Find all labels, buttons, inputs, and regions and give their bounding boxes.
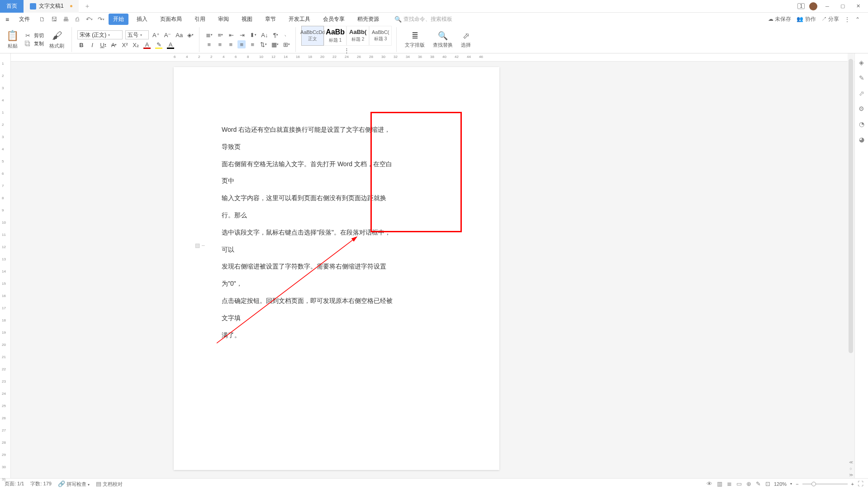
superscript-button[interactable]: X² xyxy=(121,41,129,49)
shrink-font-icon[interactable]: A⁻ xyxy=(163,31,172,39)
collapse-ribbon-icon[interactable]: ⌃ xyxy=(855,16,860,23)
command-search[interactable]: 🔍查找命令、搜索模板 xyxy=(394,15,452,23)
scrollbar-thumb[interactable] xyxy=(849,59,853,353)
paste-button[interactable]: 📋粘贴 xyxy=(4,29,21,50)
menu-reference[interactable]: 引用 xyxy=(190,14,210,25)
status-words[interactable]: 字数: 179 xyxy=(30,480,51,487)
qa-save-icon[interactable]: 🖫 xyxy=(50,15,58,24)
tab-add[interactable]: ＋ xyxy=(79,0,96,13)
tab-home[interactable]: 首页 xyxy=(0,0,24,13)
status-spell[interactable]: 🔗 拼写检查 ▾ xyxy=(58,480,90,488)
hamburger-icon[interactable]: ≡ xyxy=(4,16,11,23)
zoom-in-button[interactable]: + xyxy=(851,481,854,487)
collab-button[interactable]: 👥 协作 xyxy=(797,15,816,23)
align-right-icon[interactable]: ≡ xyxy=(227,40,235,48)
document-page[interactable]: Word 右边还有空白就直接换行可能是设置了文字右侧缩进，导致页 面右侧留有空格… xyxy=(174,67,499,470)
fontcolor-button[interactable]: A xyxy=(142,41,152,49)
text-direction-icon[interactable]: ﹅ xyxy=(282,31,290,39)
findreplace-button[interactable]: 🔍查找替换 xyxy=(430,30,455,49)
fontsize-combo[interactable]: 五号▾ xyxy=(125,30,149,39)
number-list-icon[interactable]: ≡▾ xyxy=(216,31,224,39)
status-outline-icon[interactable]: ≣ xyxy=(727,480,732,487)
close-icon[interactable]: ✕ xyxy=(853,1,863,12)
avatar[interactable] xyxy=(809,2,817,10)
linespacing-icon[interactable]: ⬍▾ xyxy=(249,31,257,39)
qa-print-icon[interactable]: 🖶 xyxy=(62,15,70,24)
menu-pagelayout[interactable]: 页面布局 xyxy=(156,14,186,25)
tab-document[interactable]: 文字文稿1 xyxy=(24,0,79,13)
underline-button[interactable]: U▾ xyxy=(99,41,107,49)
sidebar-help-icon[interactable]: ◕ xyxy=(859,136,864,143)
fontbg-button[interactable]: A xyxy=(166,41,175,49)
scroll-mid-icon[interactable]: ○ xyxy=(848,465,854,472)
align-justify-icon[interactable]: ≡ xyxy=(237,40,246,48)
style-heading2[interactable]: AaBb(标题 2 xyxy=(346,26,369,46)
fullscreen-icon[interactable]: ⛶ xyxy=(858,480,863,487)
menu-resource[interactable]: 稻壳资源 xyxy=(353,14,384,25)
style-heading1[interactable]: AaBb标题 1 xyxy=(324,26,346,46)
border-icon[interactable]: ⊞▾ xyxy=(282,40,291,48)
menu-chapter[interactable]: 章节 xyxy=(261,14,280,25)
strike-button[interactable]: A▾ xyxy=(110,41,118,49)
indent-less-icon[interactable]: ⇤ xyxy=(227,31,235,39)
sidebar-settings-icon[interactable]: ⚙ xyxy=(859,105,864,112)
qa-preview-icon[interactable]: ⎙ xyxy=(73,15,81,24)
zoom-out-button[interactable]: − xyxy=(796,481,798,487)
menu-insert[interactable]: 插入 xyxy=(132,14,152,25)
qa-redo-icon[interactable]: ↷ ▾ xyxy=(97,15,105,24)
grow-font-icon[interactable]: A⁺ xyxy=(152,31,161,39)
style-more-icon[interactable]: ⋮ xyxy=(342,47,351,54)
align-distribute-icon[interactable]: ≡ xyxy=(248,40,256,48)
style-heading3[interactable]: AaBbC(标题 3 xyxy=(369,26,392,46)
status-pen-icon[interactable]: ✎ xyxy=(756,480,761,487)
copy-button[interactable]: ⿻复制 xyxy=(24,40,44,48)
italic-button[interactable]: I xyxy=(88,41,96,49)
clear-format-icon[interactable]: ◈▾ xyxy=(186,31,194,39)
menu-view[interactable]: 视图 xyxy=(237,14,257,25)
notification-badge[interactable]: 1 xyxy=(797,3,805,9)
align-center-icon[interactable]: ≡ xyxy=(216,40,224,48)
more-icon[interactable]: ⋮ xyxy=(844,16,850,23)
status-readview-icon[interactable]: ▭ xyxy=(736,480,742,487)
bold-button[interactable]: B xyxy=(77,41,85,49)
align-left-icon[interactable]: ≡ xyxy=(205,40,213,48)
menu-start[interactable]: 开始 xyxy=(109,14,128,25)
zoom-actual-icon[interactable]: ⊡ xyxy=(765,480,770,487)
highlight-button[interactable]: ✎ xyxy=(154,41,163,49)
sort-icon[interactable]: A↓ xyxy=(260,31,269,39)
sidebar-toolbox-icon[interactable]: ◈ xyxy=(859,59,864,66)
status-eye-icon[interactable]: 👁 xyxy=(707,480,712,487)
style-normal[interactable]: AaBbCcDd正文 xyxy=(301,26,324,46)
file-menu[interactable]: 文件 xyxy=(14,14,34,25)
zoom-value[interactable]: 120% xyxy=(774,481,787,487)
cut-button[interactable]: ✂剪切 xyxy=(24,32,44,39)
indent-more-icon[interactable]: ⇥ xyxy=(238,31,246,39)
status-page[interactable]: 页面: 1/1 xyxy=(5,480,24,487)
shading-icon[interactable]: ▦▾ xyxy=(270,40,280,48)
font-combo[interactable]: 宋体 (正文)▾ xyxy=(77,30,123,39)
sidebar-pen-icon[interactable]: ✎ xyxy=(859,74,864,82)
unsaved-indicator[interactable]: ☁ 未保存 xyxy=(768,15,791,23)
share-button[interactable]: ↗ 分享 xyxy=(821,15,839,23)
vertical-scrollbar[interactable]: ≪ ○ ≫ xyxy=(848,53,854,478)
select-button[interactable]: ⬀选择 xyxy=(458,30,474,49)
minimize-icon[interactable]: ─ xyxy=(822,1,833,12)
scroll-next-icon[interactable]: ≫ xyxy=(848,472,854,478)
status-proof[interactable]: ▤ 文档校对 xyxy=(96,480,123,488)
pilcrow-icon[interactable]: ¶▾ xyxy=(271,31,280,39)
qa-undo-icon[interactable]: ↶ ▾ xyxy=(85,15,93,24)
sidebar-clip-icon[interactable]: ◔ xyxy=(859,120,864,128)
paragraph-spacing-icon[interactable]: ⇅▾ xyxy=(259,40,268,48)
menu-review[interactable]: 审阅 xyxy=(213,14,233,25)
zoom-slider[interactable] xyxy=(802,484,848,484)
menu-devtools[interactable]: 开发工具 xyxy=(284,14,315,25)
scroll-prev-icon[interactable]: ≪ xyxy=(848,459,854,465)
qa-new-icon[interactable]: 🗋 xyxy=(38,15,46,24)
bullet-list-icon[interactable]: ≣▾ xyxy=(205,31,213,39)
change-case-icon[interactable]: Aa xyxy=(175,31,184,39)
sidebar-select-icon[interactable]: ⬀ xyxy=(859,90,864,97)
maximize-icon[interactable]: ▢ xyxy=(837,1,848,12)
status-printview-icon[interactable]: ▥ xyxy=(717,480,722,487)
status-webview-icon[interactable]: ⊕ xyxy=(746,480,751,487)
formatpainter-button[interactable]: 🖌格式刷 xyxy=(47,29,67,50)
